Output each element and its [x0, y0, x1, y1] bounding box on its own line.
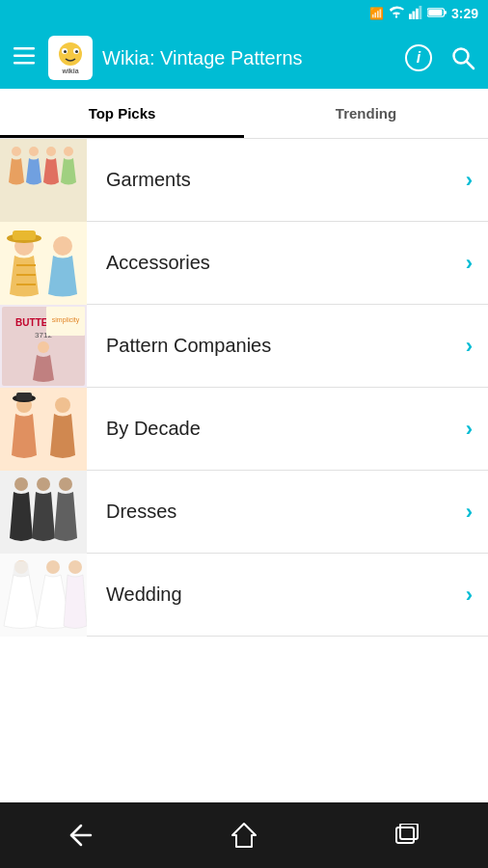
status-time: 3:29 [451, 6, 478, 21]
svg-rect-1 [412, 11, 415, 18]
chevron-accessories: › [466, 251, 488, 276]
svg-rect-5 [444, 11, 447, 14]
label-by-decade: By Decade [87, 418, 466, 440]
svg-point-51 [68, 560, 82, 574]
content-area: Garments › [0, 139, 488, 802]
svg-rect-8 [14, 55, 35, 58]
svg-point-31 [53, 236, 72, 256]
svg-point-11 [59, 42, 82, 66]
svg-rect-39 [0, 388, 87, 471]
menu-button[interactable] [10, 41, 39, 74]
thumb-accessories [0, 222, 87, 305]
svg-rect-0 [409, 14, 412, 19]
chevron-by-decade: › [466, 417, 488, 442]
label-accessories: Accessories [87, 252, 466, 274]
svg-rect-3 [419, 6, 421, 19]
list-item-pattern-companies[interactable]: BUTTERICK 3712 simplicity Pattern Compan… [0, 305, 488, 388]
chevron-wedding: › [466, 583, 488, 608]
thumb-dresses [0, 471, 87, 554]
svg-point-50 [46, 560, 60, 574]
svg-rect-2 [416, 8, 419, 18]
tab-bar: Top Picks Trending [0, 89, 488, 139]
label-pattern-companies: Pattern Companies [87, 335, 466, 357]
list-item-wedding[interactable]: Wedding › [0, 554, 488, 637]
list-item-dresses[interactable]: Dresses › [0, 471, 488, 554]
svg-point-15 [75, 50, 78, 53]
svg-rect-7 [14, 47, 35, 50]
app-title: Wikia: Vintage Patterns [102, 47, 393, 69]
svg-point-23 [64, 147, 73, 156]
list-item-accessories[interactable]: Accessories › [0, 222, 488, 305]
search-button[interactable] [447, 42, 478, 73]
svg-text:wikia: wikia [61, 68, 78, 74]
svg-point-20 [12, 147, 21, 156]
bluetooth-icon: 📶 [369, 7, 384, 20]
wifi-icon [389, 6, 404, 22]
svg-point-22 [46, 147, 56, 156]
chevron-dresses: › [466, 500, 488, 525]
svg-point-47 [59, 477, 72, 491]
svg-point-14 [64, 50, 67, 53]
label-garments: Garments [87, 169, 466, 191]
svg-rect-42 [16, 393, 32, 400]
svg-point-46 [37, 477, 50, 491]
recents-button[interactable] [383, 816, 431, 854]
info-button[interactable]: i [403, 42, 434, 73]
thumb-wedding [0, 554, 87, 637]
svg-marker-53 [232, 824, 256, 847]
svg-rect-6 [428, 10, 442, 15]
chevron-garments: › [466, 168, 488, 193]
thumb-companies: BUTTERICK 3712 simplicity [0, 305, 87, 388]
label-wedding: Wedding [87, 583, 466, 606]
signal-icon [409, 6, 422, 22]
bottom-nav [0, 802, 488, 868]
tab-top-picks[interactable]: Top Picks [0, 89, 244, 138]
app-bar-actions: i [403, 42, 478, 73]
svg-point-43 [55, 397, 70, 413]
svg-rect-27 [13, 231, 36, 240]
list-item-garments[interactable]: Garments › [0, 139, 488, 222]
svg-point-45 [14, 477, 28, 491]
thumb-garments [0, 139, 87, 222]
status-bar: 📶 3:29 [0, 0, 488, 27]
svg-rect-55 [400, 824, 418, 839]
list-item-by-decade[interactable]: By Decade › [0, 388, 488, 471]
chevron-pattern-companies: › [466, 334, 488, 359]
svg-rect-9 [14, 62, 35, 65]
svg-point-36 [38, 341, 49, 353]
battery-icon [427, 7, 447, 21]
svg-line-18 [467, 62, 474, 69]
home-button[interactable] [220, 816, 268, 854]
category-list: Garments › [0, 139, 488, 637]
info-icon: i [405, 44, 432, 71]
thumb-decade [0, 388, 87, 471]
svg-rect-54 [396, 827, 414, 843]
app-bar: wikia Wikia: Vintage Patterns i [0, 27, 488, 89]
label-dresses: Dresses [87, 501, 466, 523]
svg-text:simplicity: simplicity [52, 316, 80, 324]
back-button[interactable] [57, 816, 105, 854]
svg-point-21 [29, 147, 39, 156]
app-logo: wikia [48, 36, 93, 80]
tab-trending[interactable]: Trending [244, 89, 488, 138]
